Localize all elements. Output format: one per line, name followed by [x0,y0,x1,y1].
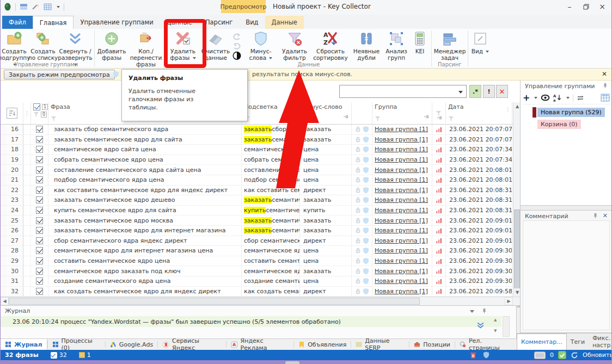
row-checkbox[interactable] [36,277,43,285]
phrase-cell[interactable]: подбор семантического ядра цена [48,175,242,186]
phrase-cell[interactable]: заказать семантическое ядро москва [48,215,242,226]
collapse-expand-button[interactable]: Свернуть / развернуть [58,30,92,61]
right-tab-Комментар[interactable]: Комментар... [517,334,567,350]
tab-rel-pages[interactable]: Рел. страницы [455,339,517,350]
refresh-icon[interactable] [571,351,578,359]
header-checkbox-cell[interactable]: 1 0 [31,102,48,124]
group-analysis-button[interactable]: Анализ групп [382,30,411,61]
table-icon[interactable] [44,3,52,10]
phrase-cell[interactable]: составление семантического ядра сайта це… [48,165,242,175]
filter-combobox[interactable] [339,85,467,98]
check-all-checkbox[interactable] [33,103,40,110]
chevron-down-icon[interactable] [534,97,537,99]
group-link[interactable]: Новая группа [1] [375,176,428,183]
eye-icon[interactable] [541,94,550,101]
scroll-right-icon[interactable]: ▶ [505,297,513,305]
horizontal-scroll-thumb[interactable] [9,298,420,305]
view-button[interactable]: Вид [470,30,490,61]
qat-dropdown-icon[interactable] [57,6,60,8]
group-link[interactable]: Новая группа [1] [375,196,428,203]
phrase-cell[interactable]: заказать семантическое ядро дешево [48,195,242,206]
implicit-duplicates-button[interactable]: Неявные дубли [351,30,382,61]
group-link[interactable]: Новая группа [1] [375,257,428,264]
double-chevron-down-icon[interactable] [476,322,485,329]
add-group-button[interactable]: + [523,94,530,102]
group-link[interactable]: Новая группа [1] [375,156,428,163]
equalize-icon[interactable] [577,94,584,102]
delete-filter-button[interactable]: Удалить фильтр [279,30,310,61]
pin-icon[interactable] [424,114,430,120]
group-link[interactable]: Новая группа [1] [375,187,428,194]
tab-serp-data[interactable]: Данные SERP [351,339,409,350]
tab-file[interactable]: Файл [2,16,33,29]
row-checkbox[interactable] [36,156,43,163]
tab-journal[interactable]: Журнал [1,339,47,350]
phrase-cell[interactable]: заказать сбор семантического ядра [48,125,242,135]
row-checkbox[interactable] [36,207,43,214]
comment-body[interactable] [523,220,610,330]
pin-icon[interactable] [603,83,608,89]
row-checkbox[interactable] [36,227,43,234]
task-manager-button[interactable]: Менеджер задач [434,30,466,61]
phrase-cell[interactable]: купить семантическое ядро для сайта [48,206,242,216]
check-green-icon[interactable] [558,351,566,359]
close-preview-mode-button[interactable]: Закрыть режим предпросмотра [4,70,115,79]
group-link[interactable]: Новая группа [1] [375,217,428,224]
journal-scrollbar[interactable] [503,316,510,337]
tab-yandex-services[interactable]: ЯСервисы Яндекс [158,339,226,350]
refresh-label[interactable]: Обновить [583,351,612,359]
phrase-cell[interactable]: семантическое ядро для интернет магазина… [48,246,242,256]
pin-icon[interactable] [482,308,487,314]
group-link[interactable]: Новая группа [1] [375,126,428,133]
uncheck-all-badge[interactable]: 0 [41,112,47,118]
row-checkbox[interactable] [36,126,43,133]
row-checkbox[interactable] [36,196,43,203]
row-checkbox[interactable] [36,136,43,143]
group-link[interactable]: Новая группа [1] [375,136,428,143]
vertical-scrollbar[interactable]: ▲ ▼ [513,102,521,297]
create-by-list-button[interactable]: Создать по списку [28,30,58,61]
row-checkbox[interactable] [36,176,43,183]
header-sort-cell[interactable] [1,102,23,124]
phrase-cell[interactable]: семантическое ядро заказать под ключ [48,266,242,276]
tab-google-ads[interactable]: Google.Ads [106,339,157,350]
close-button[interactable]: × [594,0,610,13]
scroll-left-icon[interactable]: ◀ [1,297,9,305]
filter-funnel-icon[interactable] [448,116,454,122]
pin-icon[interactable] [343,114,349,120]
row-checkbox[interactable] [36,237,43,244]
row-checkbox[interactable] [36,268,43,275]
tab-main[interactable]: Главная [33,16,74,29]
scroll-up-icon[interactable]: ▲ [494,318,497,322]
phrase-cell[interactable]: создание семантического ядра цена [48,276,242,287]
group-item[interactable]: Корзина (0) [533,119,612,130]
row-checkbox[interactable] [36,187,43,194]
row-checkbox[interactable] [36,257,43,264]
minimize-button[interactable]: – [561,0,578,13]
header-handle[interactable]: ⋮ [23,102,31,124]
add-phrases-button[interactable]: Добавить фразы [97,30,126,61]
group-link[interactable]: Новая группа [1] [375,277,428,285]
phrase-cell[interactable]: составить семантическое ядро цена [48,256,242,267]
wand-icon[interactable] [32,3,40,10]
right-tab-Теги[interactable]: Теги [567,334,589,350]
kei-button[interactable]: KEI [411,30,429,61]
phrase-cell[interactable]: собрать семантическое ядро цена [48,155,242,165]
group-link[interactable]: Новая группа [1] [375,268,428,275]
clear-filter-button[interactable]: ✕ [496,85,508,98]
group-link[interactable]: Новая группа [1] [375,227,428,234]
row-checkbox[interactable] [36,247,43,254]
exclamation-filter-button[interactable]: ! [483,85,495,98]
tab-yandex-direct[interactable]: АЯндекс Реклама [227,339,294,350]
row-checkbox[interactable] [36,217,43,224]
filter-funnel-icon[interactable] [51,116,57,122]
filter-funnel-icon[interactable] [375,116,381,122]
panels-icon[interactable] [20,3,28,10]
check-all-badge[interactable]: 1 [42,104,48,110]
column-header-misc[interactable] [432,102,446,124]
tab-view[interactable]: Вид [239,16,265,29]
close-icon[interactable]: ✕ [603,212,608,219]
phrase-cell[interactable]: как составить семантическое ядро для янд… [48,186,242,196]
filter-funnel-icon[interactable] [33,112,39,118]
trash-icon[interactable] [470,351,476,359]
